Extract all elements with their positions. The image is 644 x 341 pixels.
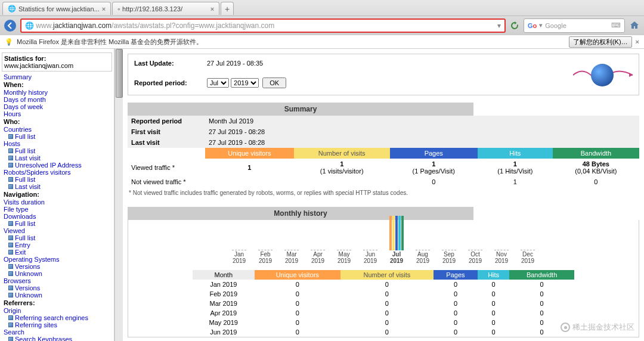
sidebar-sublink[interactable]: Versions <box>15 263 40 270</box>
month-select[interactable]: Jul <box>207 78 229 88</box>
chart-column: Jul2019 <box>389 215 404 264</box>
chart-label: Aug2019 <box>416 251 429 264</box>
chart-label: Jul2019 <box>390 251 403 264</box>
last-update-value: 27 Jul 2019 - 08:35 <box>202 55 567 72</box>
address-bar-row: 🌐 www.jacktianqjwan.com/awstats/awstats.… <box>0 16 644 35</box>
sidebar-sublink[interactable]: Unknown <box>15 292 42 299</box>
sidebar-link[interactable]: Origin <box>4 307 21 314</box>
chart-column: Dec2019 <box>521 215 535 264</box>
sidebar-sublink[interactable]: Referring search engines <box>15 314 88 321</box>
site-icon: 🌐 <box>25 21 34 30</box>
tab-title: Statistics for www.jacktian... <box>18 5 100 13</box>
sidebar-sublink[interactable]: Last visit <box>15 154 41 162</box>
viewed-uv: 1 <box>247 164 251 171</box>
back-button[interactable] <box>4 19 17 32</box>
sidebar-link[interactable]: Hosts <box>4 140 20 147</box>
sidebar-link[interactable]: Hours <box>4 110 21 117</box>
sidebar-link[interactable]: Visits duration <box>4 199 45 206</box>
stats-for-site: www.jacktianqjwan.com <box>4 62 110 69</box>
reported-period-lbl: Reported period <box>128 116 205 126</box>
viewed-pg-sub: (1 Pages/Visit) <box>413 168 455 175</box>
sidebar-sublink[interactable]: Unknown <box>15 270 42 277</box>
bullet-icon <box>8 156 13 160</box>
table-row: Jan 201900000 <box>193 280 574 289</box>
sidebar-link[interactable]: File type <box>4 206 29 213</box>
table-row: May 201900000 <box>193 318 574 327</box>
sidebar-link[interactable]: Search <box>4 328 24 336</box>
sidebar-sublink[interactable]: Full list <box>15 220 35 227</box>
bullet-icon <box>8 221 13 226</box>
google-icon: Go <box>528 22 537 29</box>
notviewed-uv <box>205 176 294 187</box>
sidebar-link[interactable]: Robots/Spiders visitors <box>4 169 71 176</box>
first-visit-val: 27 Jul 2019 - 08:28 <box>205 126 639 137</box>
sidebar-link[interactable]: Monthly history <box>4 89 48 96</box>
chart-column: Apr2019 <box>311 215 325 264</box>
mh-hdr-pg: Pages <box>434 270 478 280</box>
tab-1[interactable]: 🌐 Statistics for www.jacktian... × <box>2 2 111 15</box>
bullet-icon <box>8 250 13 255</box>
new-tab-button[interactable]: + <box>221 2 234 15</box>
chart-label: Jun2019 <box>364 251 377 264</box>
dropdown-icon[interactable]: ▾ <box>497 21 501 30</box>
mh-hdr-uv: Unique visitors <box>255 270 340 280</box>
search-box[interactable]: Go ▾ Google ⌨ <box>524 18 625 33</box>
sidebar-sublink[interactable]: Full list <box>15 176 35 183</box>
sidebar-sublink[interactable]: Versions <box>15 284 40 292</box>
bullet-icon <box>8 243 13 247</box>
bullet-icon <box>8 184 13 189</box>
sidebar-link[interactable]: Days of week <box>4 103 43 110</box>
ok-button[interactable]: OK <box>262 78 286 88</box>
sidebar-scrollbar[interactable] <box>114 49 123 341</box>
sidebar-link[interactable]: Downloads <box>4 213 36 220</box>
chart-column: Sep2019 <box>442 215 456 264</box>
sidebar-sublink[interactable]: Exit <box>15 249 26 256</box>
viewed-traffic-lbl: Viewed traffic * <box>128 159 205 176</box>
dropdown-icon[interactable]: ▾ <box>539 21 543 29</box>
keyboard-icon[interactable]: ⌨ <box>611 21 621 29</box>
sidebar-sublink[interactable]: Last visit <box>15 183 41 190</box>
chart-label: Nov2019 <box>495 251 508 264</box>
chart-label: Sep2019 <box>442 251 456 264</box>
bullet-icon <box>8 315 13 320</box>
sidebar-heading: Referrers: <box>0 299 114 307</box>
year-select[interactable]: 2019 <box>231 78 259 88</box>
hdr-pages: Pages <box>390 148 478 159</box>
home-button[interactable] <box>628 19 640 32</box>
hdr-visits: Number of visits <box>294 148 390 159</box>
close-icon[interactable]: × <box>102 5 106 13</box>
table-row: Apr 201900000 <box>193 308 574 318</box>
sidebar-sublink[interactable]: Referring sites <box>15 321 57 328</box>
close-icon[interactable]: × <box>636 38 639 45</box>
last-update-label: Last Update: <box>129 55 201 72</box>
sidebar-link[interactable]: Days of month <box>4 96 46 103</box>
awstats-logo <box>573 58 633 91</box>
summary-table: Reported periodMonth Jul 2019 First visi… <box>128 116 639 187</box>
close-icon[interactable]: × <box>210 5 214 13</box>
tab-2[interactable]: ▫ http://192.168.3.123/ × <box>112 2 219 15</box>
refresh-button[interactable] <box>509 20 520 31</box>
last-visit-lbl: Last visit <box>128 137 205 148</box>
search-placeholder: Google <box>545 22 566 29</box>
sidebar-sublink[interactable]: Entry <box>15 241 30 249</box>
rights-button[interactable]: 了解您的权利(K)… <box>569 36 632 48</box>
sidebar-sublink[interactable]: Search Keyphrases <box>15 336 72 341</box>
url-input[interactable]: 🌐 www.jacktianqjwan.com/awstats/awstats.… <box>20 18 506 33</box>
tab-title: http://192.168.3.123/ <box>122 5 182 13</box>
viewed-ht-sub: (1 Hits/Visit) <box>497 168 532 175</box>
mh-hdr-bw: Bandwidth <box>509 270 574 280</box>
sidebar-link[interactable]: Browsers <box>4 277 31 284</box>
scrollbar-thumb[interactable] <box>116 49 123 98</box>
sidebar-sublink[interactable]: Full list <box>15 234 35 241</box>
sidebar-link[interactable]: Operating Systems <box>4 256 60 263</box>
sidebar-link[interactable]: Viewed <box>4 227 25 234</box>
info-text: Mozilla Firefox 是来自非营利性 Mozilla 基金会的免费开源… <box>17 38 203 46</box>
bulb-icon: 💡 <box>5 38 13 46</box>
sidebar-sublink[interactable]: Unresolved IP Address <box>15 162 82 169</box>
sidebar-link[interactable]: Countries <box>4 126 32 133</box>
chart-label: Feb2019 <box>259 251 272 264</box>
sidebar-sublink[interactable]: Full list <box>15 133 35 140</box>
sidebar-link[interactable]: Summary <box>4 73 32 80</box>
page-icon: ▫ <box>117 5 120 13</box>
sidebar-sublink[interactable]: Full list <box>15 147 35 154</box>
